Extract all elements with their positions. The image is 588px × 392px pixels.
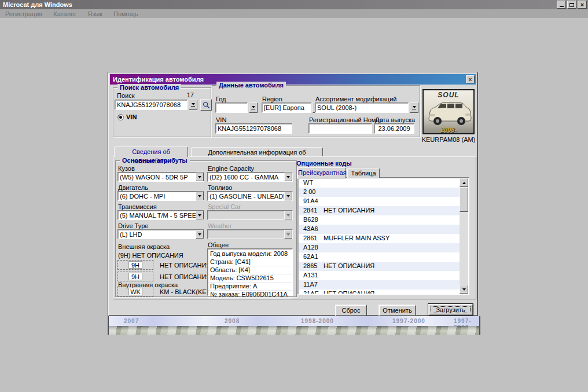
reset-button[interactable]: Сброс	[335, 305, 367, 316]
scrollbar-thumb[interactable]	[460, 188, 468, 212]
option-code: A131	[303, 271, 318, 280]
option-row[interactable]: 11A7	[299, 280, 460, 290]
dialog-close-button[interactable]: ×	[466, 75, 475, 83]
general-row: Модель: CSW5D2615	[208, 274, 292, 283]
arrow-down-icon	[462, 288, 466, 291]
combo-arrow-button[interactable]	[284, 173, 292, 181]
vin-input[interactable]: KNAJG551297078068	[215, 123, 292, 134]
combo-arrow-button[interactable]	[284, 192, 292, 200]
combo-value: (D2) 1600 CC - GAMMA	[207, 172, 293, 182]
drive-type-label: Drive Type	[118, 222, 148, 229]
combo-arrow-button[interactable]	[196, 211, 204, 219]
search-field-label: Поиск	[117, 92, 134, 99]
option-code: 2861	[303, 234, 317, 243]
reg-number-label: Регистрационный Номер	[309, 116, 383, 123]
tab-price-list[interactable]: Прейскурантная	[297, 167, 346, 178]
option-row[interactable]: 2841НЕТ ОПИСАНИЯ	[299, 206, 460, 215]
option-row[interactable]: A131	[299, 271, 460, 280]
vin-radio[interactable]	[117, 114, 124, 120]
chevron-down-icon	[198, 233, 201, 236]
paint-swatch-button[interactable]: 9H	[117, 260, 153, 270]
exterior-paint-summary: (9H) НЕТ ОПИСАНИЯ	[118, 252, 183, 259]
option-row[interactable]: 43A6	[299, 225, 460, 234]
option-code: A128	[303, 243, 318, 252]
search-input[interactable]: KNAJG551297078068	[115, 100, 188, 110]
assortment-dropdown[interactable]	[410, 102, 418, 113]
option-row[interactable]: 2 00	[299, 188, 460, 197]
paint-desc: KM - BLACK(KEY	[160, 288, 211, 295]
background-thumbnails: 2007 2008 1998-2000 1997-2000 1997-2000	[109, 316, 479, 326]
combo-value: (6) DOHC - MPI	[117, 191, 204, 201]
general-row: Предприятие: A	[208, 283, 292, 291]
load-button[interactable]: Загрузить	[428, 304, 473, 316]
paint-swatch-button[interactable]: WK	[117, 287, 153, 296]
special-car-combo	[207, 210, 293, 220]
option-row[interactable]: 62A1	[299, 252, 460, 262]
combo-arrow-button	[284, 230, 292, 239]
scroll-down-button[interactable]	[460, 285, 468, 294]
menu-registration[interactable]: Регистрация	[5, 10, 42, 17]
group-title: Поиск автомобиля	[117, 84, 181, 91]
fuel-label: Топливо	[208, 184, 232, 191]
reg-number-input[interactable]	[308, 123, 372, 134]
combo-arrow-button[interactable]	[196, 173, 204, 181]
vin-radio-label: VIN	[126, 113, 137, 120]
menu-help[interactable]: Помощь	[113, 10, 138, 17]
paint-swatch-button[interactable]: 9H	[117, 272, 153, 281]
engine-capacity-combo[interactable]: (D2) 1600 CC - GAMMA	[207, 172, 293, 182]
option-row[interactable]: 91A4	[299, 197, 460, 206]
tab-additional-info[interactable]: Дополнительная информация об автомобиле	[191, 147, 323, 157]
drive-type-combo[interactable]: (L) LHD	[117, 229, 204, 239]
minimize-button[interactable]	[557, 1, 566, 9]
tab-table[interactable]: Таблица	[347, 168, 380, 178]
combo-arrow-button[interactable]	[196, 192, 204, 200]
combo-arrow-button	[284, 211, 292, 219]
general-row: Область: [K4]	[208, 266, 292, 274]
combo-arrow-button[interactable]	[196, 230, 204, 239]
tab-vehicle-details[interactable]: Сведения об автомобиле	[114, 146, 188, 157]
maximize-icon	[569, 3, 574, 7]
vehicle-code-caption: KEURPAM08 (AM)	[417, 136, 480, 143]
close-button[interactable]: ×	[578, 1, 587, 9]
region-input[interactable]: [EUR] Европа	[262, 102, 311, 113]
year-dropdown[interactable]	[249, 102, 258, 113]
assortment-label: Ассортимент модификаций	[315, 96, 396, 102]
option-row[interactable]: 21AEНЕТ ОПИСАНИЯ	[299, 290, 460, 294]
combo-value: (L) LHD	[117, 229, 204, 239]
option-row[interactable]: 2865НЕТ ОПИСАНИЯ	[299, 262, 460, 271]
general-label: Общее	[208, 241, 229, 248]
engine-combo[interactable]: (6) DOHC - MPI	[117, 191, 204, 201]
maximize-button[interactable]	[567, 1, 576, 9]
search-button[interactable]	[200, 99, 212, 111]
option-row[interactable]: WT	[299, 178, 460, 188]
body-combo[interactable]: (W5) WAGON - 5DR 5P	[117, 172, 204, 182]
menu-language[interactable]: Язык	[87, 10, 102, 17]
year-label: Год	[216, 96, 226, 102]
general-row: № заказа: E0906D01C41A	[208, 291, 292, 299]
vertical-scrollbar[interactable]	[460, 178, 468, 294]
year-input[interactable]	[215, 102, 248, 113]
special-car-label: Special Car	[208, 203, 241, 210]
option-row[interactable]: A128	[299, 243, 460, 252]
vehicle-image: SOUL 2008-	[422, 89, 475, 134]
option-codes-list[interactable]: WT 2 00 91A4 2841НЕТ ОПИСАНИЯ B628 43A6 …	[297, 177, 469, 295]
background-window-strip: 2007 2008 1998-2000 1997-2000 1997-2000	[108, 316, 480, 335]
chevron-down-icon	[413, 106, 416, 108]
scroll-up-button[interactable]	[460, 178, 468, 187]
arrow-up-icon	[462, 182, 466, 184]
cancel-button[interactable]: Отменить	[378, 305, 416, 316]
option-row[interactable]: 2861MUFFLER MAIN ASSY	[299, 234, 460, 243]
transmission-combo[interactable]: (5) MANUAL T/M - 5 SPEED	[117, 210, 204, 220]
assortment-input[interactable]: SOUL (2008-)	[315, 102, 409, 113]
menu-catalog[interactable]: Каталог	[53, 10, 76, 17]
option-desc: НЕТ ОПИСАНИЯ	[324, 262, 374, 270]
paint-code: 9H	[128, 261, 142, 269]
search-history-dropdown[interactable]	[189, 100, 197, 110]
fuel-combo[interactable]: (1) GASOLINE - UNLEADED	[207, 191, 293, 201]
paint-desc: НЕТ ОПИСАНИЯ	[160, 273, 211, 280]
chevron-down-icon	[198, 195, 201, 197]
option-desc: MUFFLER MAIN ASSY	[324, 234, 389, 243]
option-row[interactable]: B628	[299, 215, 460, 225]
combo-value	[207, 210, 293, 220]
release-date-input[interactable]: 23.06.2009	[374, 123, 414, 134]
